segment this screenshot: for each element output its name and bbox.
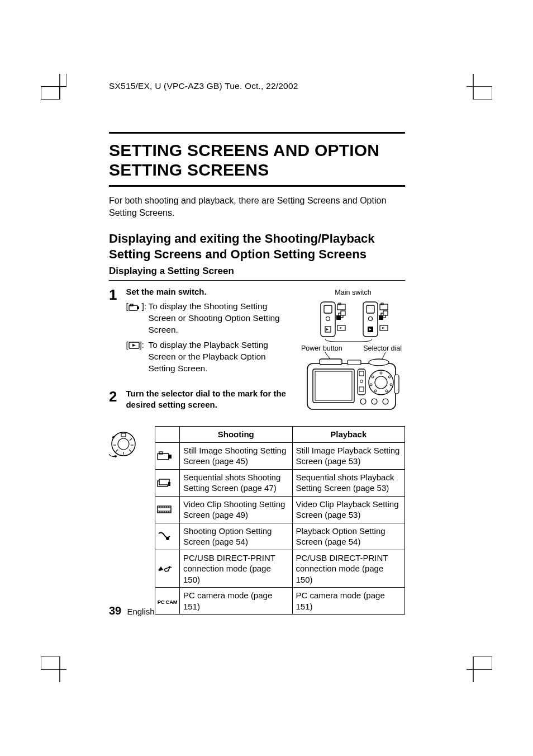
still-image-icon: [155, 442, 180, 469]
svg-point-43: [369, 359, 389, 366]
main-switch-diagram: [303, 299, 403, 342]
svg-point-90: [166, 537, 169, 540]
power-button-label: Power button: [301, 344, 346, 352]
step-1-title: Set the main switch.: [126, 286, 288, 297]
svg-rect-75: [159, 479, 169, 485]
table-header-icon: [155, 427, 180, 443]
step-2-title: Turn the selector dial to the mark for t…: [126, 388, 288, 411]
table-cell: Video Clip Playback Setting Screen (page…: [292, 496, 405, 523]
step-1-bullet-1: To display the Shooting Setting Screen o…: [148, 301, 288, 336]
step-number-2: 2: [109, 388, 123, 405]
table-row: PC/USB DIRECT-PRINT connection mode (pag…: [155, 550, 405, 588]
svg-rect-71: [158, 453, 169, 460]
camera-mode-icon: [ ]:: [126, 301, 148, 336]
svg-rect-9: [473, 656, 492, 669]
table-cell: Shooting Option Setting Screen (page 54): [180, 523, 293, 550]
svg-rect-3: [473, 87, 492, 100]
svg-point-49: [375, 376, 387, 389]
table-cell: Sequential shots Playback Setting Screen…: [292, 469, 405, 496]
option-setting-icon: [155, 523, 180, 550]
selector-dial-icon: [109, 426, 136, 615]
selector-dial-label: Selector dial: [348, 344, 405, 352]
crop-mark-br: [467, 656, 492, 682]
table-cell: Playback Option Setting Screen (page 54): [292, 523, 405, 550]
pc-usb-icon: [155, 550, 180, 588]
table-cell: Still Image Shooting Setting Screen (pag…: [180, 442, 293, 469]
table-row: Video Clip Shooting Setting Screen (page…: [155, 496, 405, 523]
svg-point-59: [383, 399, 388, 404]
table-cell: PC camera mode (page 151): [292, 588, 405, 615]
table-header-playback: Playback: [292, 427, 405, 443]
video-clip-icon: [155, 496, 180, 523]
svg-rect-72: [159, 452, 163, 454]
pc-cam-icon: PC CAM: [155, 588, 180, 615]
svg-point-58: [372, 399, 377, 404]
page-title: SETTING SCREENS AND OPTION SETTING SCREE…: [109, 140, 405, 180]
page-number: 39: [109, 604, 121, 617]
title-rule-block: SETTING SCREENS AND OPTION SETTING SCREE…: [109, 132, 405, 187]
page-footer: 39 English: [109, 604, 155, 617]
svg-rect-16: [321, 302, 335, 337]
step-number-1: 1: [109, 286, 123, 304]
svg-rect-42: [348, 360, 361, 365]
main-switch-label: Main switch: [301, 289, 405, 296]
playback-mode-icon: []:: [126, 339, 148, 375]
svg-rect-73: [168, 455, 172, 459]
table-cell: PC/USB DIRECT-PRINT connection mode (pag…: [180, 550, 293, 588]
table-row: Sequential shots Shooting Setting Screen…: [155, 469, 405, 496]
svg-point-28: [369, 316, 373, 320]
crop-mark-bl: [41, 656, 66, 682]
svg-rect-76: [168, 482, 170, 486]
svg-rect-14: [137, 306, 139, 309]
svg-rect-17: [324, 305, 332, 313]
sequential-shots-icon: [155, 469, 180, 496]
subsection-heading: Displaying a Setting Screen: [109, 266, 405, 277]
table-row: Still Image Shooting Setting Screen (pag…: [155, 442, 405, 469]
svg-rect-60: [394, 375, 399, 394]
svg-rect-34: [383, 311, 388, 315]
svg-rect-39: [313, 369, 354, 403]
intro-text: For both shooting and playback, there ar…: [109, 195, 405, 220]
svg-point-18: [326, 316, 330, 320]
svg-rect-24: [341, 311, 345, 315]
table-cell: Sequential shots Shooting Setting Screen…: [180, 469, 293, 496]
svg-rect-44: [358, 369, 365, 395]
crop-mark-tl: [41, 74, 66, 100]
table-cell: PC/USB DIRECT-PRINT connection mode (pag…: [292, 550, 405, 588]
modes-table: Shooting Playback Still Image Shooting S…: [155, 426, 405, 615]
svg-rect-41: [320, 359, 342, 365]
svg-rect-27: [367, 305, 374, 313]
table-row: Shooting Option Setting Screen (page 54)…: [155, 523, 405, 550]
diagram-column: Main switch: [301, 289, 405, 414]
section-heading: Displaying and exiting the Shooting/Play…: [109, 231, 405, 262]
table-row: PC CAM PC camera mode (page 151) PC came…: [155, 588, 405, 615]
table-cell: Still Image Playback Setting Screen (pag…: [292, 442, 405, 469]
svg-point-62: [118, 438, 129, 450]
svg-rect-6: [41, 656, 60, 669]
crop-mark-tr: [467, 74, 492, 100]
svg-rect-0: [41, 87, 60, 100]
table-cell: Video Clip Shooting Setting Screen (page…: [180, 496, 293, 523]
table-header-shooting: Shooting: [180, 427, 293, 443]
table-cell: PC camera mode (page 151): [180, 588, 293, 615]
page-language: English: [127, 607, 154, 616]
camera-diagram: [303, 352, 403, 414]
section-rule: [109, 280, 405, 281]
svg-point-63: [112, 436, 115, 438]
step-1-bullet-2: To display the Playback Setting Screen o…: [148, 339, 288, 375]
running-header: SX515/EX, U (VPC-AZ3 GB) Tue. Oct., 22/2…: [109, 81, 298, 91]
svg-point-57: [360, 399, 366, 404]
